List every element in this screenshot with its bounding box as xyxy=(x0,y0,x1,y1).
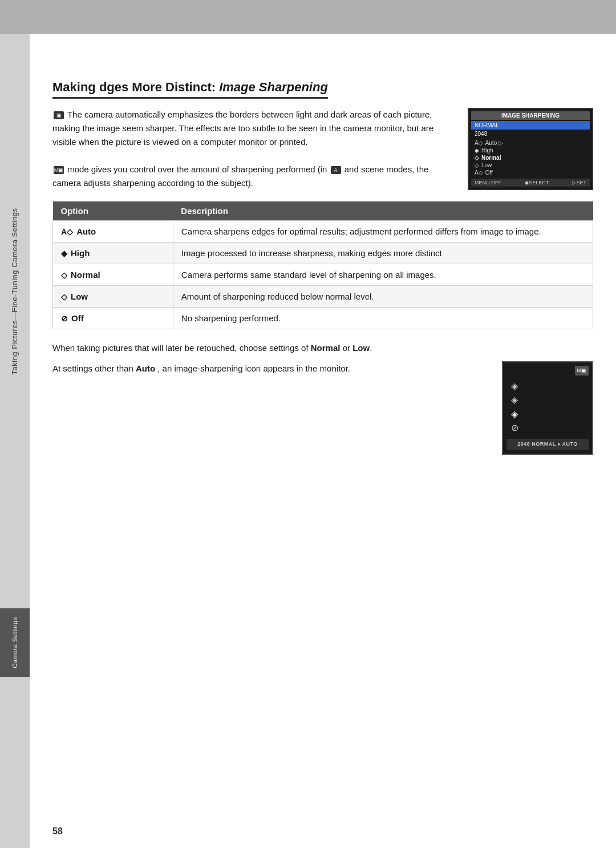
icon-preview-box: M▣ ◈ ◈ ◈ ⊘ 2048 NORMAL ♦ AUTO xyxy=(502,361,593,455)
icon-preview-top-bar: M▣ xyxy=(506,366,589,375)
top-bar xyxy=(0,0,616,34)
table-header-option: Option xyxy=(53,201,173,221)
normal-label: Normal xyxy=(71,270,100,280)
off-description: No sharpening performed. xyxy=(173,308,593,329)
intro-text: ▣ The camera automatically emphasizes th… xyxy=(52,108,456,190)
bottom-section: When taking pictures that will later be … xyxy=(52,341,593,455)
camera-body-icon: ▣ xyxy=(52,110,67,119)
sidebar-rotated-label: Taking Pictures—Fine-Tuning Camera Setti… xyxy=(0,148,30,434)
low-icon: ◇ xyxy=(61,292,67,301)
stack-icon-3: ◈ xyxy=(511,408,518,421)
mode-badge: M▣ xyxy=(575,366,589,375)
table-row: A◇ Auto Camera sharpens edges for optima… xyxy=(53,221,593,243)
icon-preview-bottom-bar: 2048 NORMAL ♦ AUTO xyxy=(506,439,589,450)
option-off: ⊘ Off xyxy=(53,308,173,329)
low-label: Low xyxy=(71,292,88,301)
table-row: ◆ High Image processed to increase sharp… xyxy=(53,243,593,264)
intro-paragraph2: mode gives you control over the amount o… xyxy=(67,164,329,174)
retouching-note: When taking pictures that will later be … xyxy=(52,341,593,356)
menu-item-off: A◇ Off xyxy=(475,169,586,176)
normal-icon: ◇ xyxy=(61,270,67,280)
camera-menu-title: IMAGE SHARPENING xyxy=(471,111,590,120)
auto-description: Camera sharpens edges for optimal result… xyxy=(173,221,593,243)
option-auto: A◇ Auto xyxy=(53,221,173,243)
table-row: ◇ Normal Camera performs same standard l… xyxy=(53,264,593,286)
normal-description: Camera performs same standard level of s… xyxy=(173,264,593,286)
stack-icon-2: ◈ xyxy=(511,394,518,406)
off-icon: ⊘ xyxy=(61,314,68,323)
page-number: 58 xyxy=(30,826,63,837)
menu-item-normal: ◇ Normal xyxy=(475,154,586,161)
high-icon: ◆ xyxy=(61,249,67,258)
auto-label: Auto xyxy=(76,227,96,236)
table-row: ⊘ Off No sharpening performed. xyxy=(53,308,593,329)
options-table: Option Description A◇ Auto Camera sharpe… xyxy=(52,201,593,329)
table-row: ◇ Low Amount of sharpening reduced below… xyxy=(53,286,593,308)
camera-menu-highlight: NORMAL xyxy=(471,121,590,130)
high-description: Image processed to increase sharpness, m… xyxy=(173,243,593,264)
camera-menu-resolution: 2048 xyxy=(471,130,590,138)
table-header-description: Description xyxy=(173,201,593,221)
menu-item-auto: A◇ Auto ▷ xyxy=(475,139,586,147)
low-description: Amount of sharpening reduced below norma… xyxy=(173,286,593,308)
high-label: High xyxy=(71,248,90,258)
icon-preview-section: At settings other than Auto , an image-s… xyxy=(52,361,593,455)
option-low: ◇ Low xyxy=(53,286,173,308)
icons-stack: ◈ ◈ ◈ ⊘ xyxy=(506,378,589,437)
option-normal: ◇ Normal xyxy=(53,264,173,286)
sidebar: Taking Pictures—Fine-Tuning Camera Setti… xyxy=(0,34,30,848)
stack-icon-4: ⊘ xyxy=(511,422,518,434)
a-mode-icon: A xyxy=(331,166,341,174)
icon-note-text: At settings other than Auto , an image-s… xyxy=(52,361,485,376)
intro-mode-icon: M▣ xyxy=(52,164,67,174)
camera-menu-screenshot: IMAGE SHARPENING NORMAL 2048 A◇ Auto ▷ ◆… xyxy=(468,108,593,190)
menu-item-low: ◇ Low xyxy=(475,161,586,169)
menu-item-high: ◆ High xyxy=(475,147,586,154)
sidebar-tab: Camera Settings xyxy=(0,608,30,677)
off-label: Off xyxy=(71,313,84,323)
camera-menu-items: A◇ Auto ▷ ◆ High ◇ Normal ◇ Low A◇ Off xyxy=(471,138,590,177)
page-title: Making dges More Distinct: Image Sharpen… xyxy=(52,80,328,99)
intro-paragraph1: The camera automatically emphasizes the … xyxy=(52,110,433,147)
stack-icon-1: ◈ xyxy=(511,380,518,393)
option-high: ◆ High xyxy=(53,243,173,264)
main-content: Making dges More Distinct: Image Sharpen… xyxy=(30,68,616,478)
camera-menu-bottom-bar: MENU OFF ◆SELECT ▷SET xyxy=(471,179,590,187)
top-section: ▣ The camera automatically emphasizes th… xyxy=(52,108,593,190)
auto-icon: A◇ xyxy=(61,227,73,236)
